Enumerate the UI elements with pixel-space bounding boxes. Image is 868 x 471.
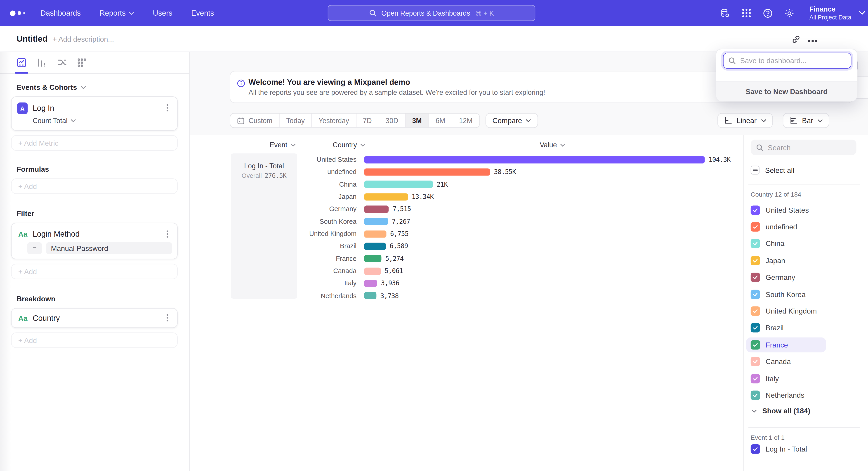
add-metric-button[interactable]: + Add Metric	[11, 135, 178, 151]
country-checkbox[interactable]	[751, 306, 760, 316]
report-title[interactable]: Untitled	[17, 34, 48, 43]
event-series-toggle-row[interactable]: Log In - Total	[751, 444, 807, 454]
country-checkbox[interactable]	[751, 205, 760, 215]
country-bar[interactable]	[364, 156, 705, 163]
tab-flows[interactable]	[57, 58, 67, 68]
country-filter-item[interactable]: Germany	[744, 269, 868, 286]
country-bar[interactable]	[364, 255, 381, 262]
tab-insights[interactable]	[17, 58, 26, 68]
country-filter-item[interactable]: Japan	[744, 252, 868, 269]
date-range-yesterday[interactable]: Yesterday	[312, 114, 356, 127]
country-bar[interactable]	[364, 292, 376, 299]
select-all-row[interactable]: Select all	[751, 166, 794, 174]
country-checkbox[interactable]	[751, 273, 760, 282]
date-range-30d[interactable]: 30D	[379, 114, 405, 127]
country-checkbox[interactable]	[751, 340, 760, 350]
value-column-header[interactable]: Value	[540, 141, 565, 149]
country-filter-item[interactable]: China	[744, 235, 868, 252]
show-all-toggle[interactable]: Show all (184)	[752, 407, 810, 415]
save-to-new-dashboard-button[interactable]: Save to New Dashboard	[716, 82, 857, 101]
date-range-12m[interactable]: 12M	[452, 114, 479, 127]
nav-item-users[interactable]: Users	[153, 9, 172, 17]
country-bar[interactable]	[364, 168, 490, 176]
country-checkbox[interactable]	[751, 323, 760, 333]
events-cohorts-heading[interactable]: Events & Cohorts	[17, 83, 189, 91]
nav-item-dashboards[interactable]: Dashboards	[40, 9, 81, 17]
bar-country-label: France	[190, 255, 364, 262]
metric-event-name[interactable]: Log In	[33, 104, 54, 112]
country-filter-item[interactable]: undefined	[744, 218, 868, 235]
metric-card-log-in[interactable]: A Log In Count Total	[11, 96, 178, 131]
global-search-button[interactable]: Open Reports & Dashboards ⌘ + K	[328, 5, 535, 21]
country-bar[interactable]	[364, 218, 388, 225]
mixpanel-logo[interactable]	[10, 10, 25, 16]
country-checkbox[interactable]	[751, 357, 760, 366]
country-bar[interactable]	[364, 280, 377, 287]
country-filter-item[interactable]: Brazil	[744, 319, 868, 336]
series-search-input[interactable]	[768, 143, 845, 152]
country-checkbox[interactable]	[751, 256, 760, 265]
date-range-3m[interactable]: 3M	[405, 114, 429, 127]
filter-property-name[interactable]: Login Method	[33, 229, 80, 238]
tab-retention[interactable]	[77, 58, 87, 68]
country-column-header[interactable]: Country	[333, 141, 365, 149]
date-range-today[interactable]: Today	[280, 114, 312, 127]
country-checkbox[interactable]	[751, 390, 760, 400]
compare-button[interactable]: Compare	[485, 113, 538, 128]
date-range-7d[interactable]: 7D	[356, 114, 379, 127]
event-column-header[interactable]: Event	[270, 141, 296, 149]
country-filter-item[interactable]: Italy	[744, 370, 868, 387]
country-bar[interactable]	[364, 230, 386, 238]
save-dashboard-input[interactable]	[740, 57, 840, 65]
country-filter-item[interactable]: Canada	[744, 353, 868, 370]
select-all-checkbox-indeterminate[interactable]	[751, 166, 760, 174]
country-bar[interactable]	[364, 181, 433, 188]
metric-options-icon[interactable]	[166, 107, 168, 109]
add-description-field[interactable]: + Add description...	[53, 35, 114, 43]
add-filter-button[interactable]: + Add	[11, 264, 178, 279]
filter-card-login-method[interactable]: Aa Login Method = Manual Password	[11, 223, 178, 259]
copy-link-icon[interactable]	[792, 35, 800, 44]
country-filter-item[interactable]: United States	[744, 202, 868, 218]
nav-item-reports[interactable]: Reports	[99, 9, 134, 17]
aggregation-dropdown[interactable]: Count Total	[33, 117, 76, 125]
filter-value-chip[interactable]: Manual Password	[46, 242, 172, 254]
country-checkbox[interactable]	[751, 374, 760, 383]
country-checkbox[interactable]	[751, 222, 760, 232]
add-breakdown-button[interactable]: + Add	[11, 332, 178, 348]
add-formula-button[interactable]: + Add	[11, 178, 178, 194]
country-checkbox-label: South Korea	[766, 290, 806, 298]
project-switcher[interactable]: Finance All Project Data	[809, 0, 865, 26]
date-range-custom[interactable]: Custom	[230, 114, 280, 127]
country-filter-item[interactable]: Netherlands	[744, 387, 868, 404]
breakdown-options-icon[interactable]	[166, 317, 168, 319]
filter-operator-chip[interactable]: =	[27, 242, 42, 254]
apps-grid-icon[interactable]	[742, 8, 751, 18]
filter-options-icon[interactable]	[166, 233, 168, 235]
save-dashboard-search-box[interactable]	[723, 53, 851, 69]
more-actions-icon[interactable]	[811, 40, 813, 42]
nav-item-events[interactable]: Events	[191, 9, 214, 17]
series-search-box[interactable]	[751, 140, 857, 155]
country-checkbox[interactable]	[751, 290, 760, 299]
date-range-6m[interactable]: 6M	[429, 114, 453, 127]
data-management-icon[interactable]	[720, 8, 730, 18]
country-checkbox[interactable]	[751, 239, 760, 248]
country-filter-item[interactable]: United Kingdom	[744, 303, 868, 319]
breakdown-card-country[interactable]: Aa Country	[11, 308, 178, 328]
country-bar[interactable]	[364, 267, 381, 275]
chart-type-selector-button[interactable]: Bar	[782, 113, 829, 128]
country-bar[interactable]	[364, 205, 389, 213]
country-bar[interactable]	[364, 193, 408, 200]
settings-gear-icon[interactable]	[784, 8, 794, 18]
country-filter-item[interactable]: France	[744, 336, 868, 353]
event-series-checkbox[interactable]	[751, 444, 760, 454]
country-bar[interactable]	[364, 243, 385, 250]
logo-dot-small	[23, 12, 25, 14]
chart-row: Germany7,515	[190, 203, 743, 215]
country-filter-item[interactable]: South Korea	[744, 286, 868, 303]
help-icon[interactable]	[763, 8, 773, 18]
breakdown-property-name[interactable]: Country	[33, 314, 60, 322]
tab-funnels[interactable]	[37, 58, 46, 68]
scale-selector-button[interactable]: Linear	[717, 113, 773, 128]
